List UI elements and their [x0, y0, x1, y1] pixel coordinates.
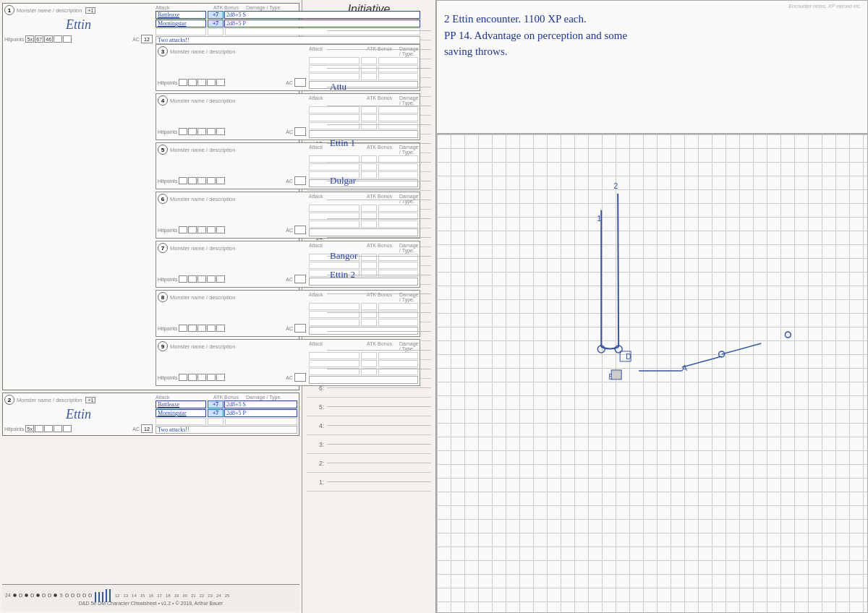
monster-num-3: 3: [158, 46, 168, 56]
init-row: 3:: [307, 435, 431, 454]
hp-box-2a: 5x: [25, 425, 34, 432]
right-panel: Encounter notes, XP earned etc. 2 Ettin …: [436, 0, 868, 613]
monster-num-2: 2: [4, 395, 14, 405]
atk-dmg-1-1: 2d8+5 S: [224, 11, 420, 19]
hp-box-1a: 5x: [25, 35, 34, 43]
special-attack-1: Two attacks!!: [156, 36, 420, 44]
ac-label-2: AC: [132, 426, 140, 432]
atkbonus-col-header: ATK Bonus: [206, 5, 246, 10]
hp-box-2b: [35, 425, 43, 432]
attack-empty-1: [156, 28, 420, 35]
svg-point-10: [785, 332, 791, 338]
hp-label-2: Hitpoints: [4, 426, 24, 432]
atk-dmg-2-1: 2d8+5 S: [224, 400, 297, 408]
attack-row-2-1: Battleaxe +7 2d8+5 S: [156, 400, 297, 408]
monster-block-7: 7 Monster name / description Hitpoints A…: [156, 241, 420, 288]
monster-num-7: 7: [158, 243, 168, 253]
monster-name-label-1: Monster name / description: [17, 7, 82, 14]
hp-box-1e: [63, 35, 72, 43]
dmg-col-header: Damage / Type.: [246, 5, 420, 10]
init-row: 2:: [307, 454, 431, 473]
ac-box-2: 12: [141, 424, 153, 433]
hp-box-1c: 46: [44, 35, 53, 43]
monster-block-8: 8 Monster name / description Hitpoints A…: [156, 290, 420, 337]
attack-name-1-1: Battleaxe: [156, 11, 206, 19]
version-text: D&D 5e DM Character Cheatsheet • v1.2 • …: [5, 601, 297, 606]
init-row: 4:: [307, 416, 431, 435]
hp-label-1: Hitpoints: [4, 37, 24, 42]
init-row: 1:: [307, 473, 431, 492]
init-row: 5:: [307, 398, 431, 416]
attack-name-1-2: Morningstar: [156, 20, 206, 27]
notes-text: 2 Ettin encounter. 1100 XP each.PP 14. A…: [444, 11, 860, 60]
monster-num-9: 9: [158, 341, 168, 351]
hp-box-2e: [63, 425, 72, 432]
attack-row-2-2: Morningstar +7 2d8+5 P: [156, 409, 297, 417]
monster-block-1: 1 Monster name / description +1 Ettin Hi…: [2, 3, 299, 390]
monster-block-6: 6 Monster name / description Hitpoints A…: [156, 192, 420, 239]
monster-name-label-2: Monster name / description: [17, 397, 82, 403]
attack-row-1-2: Morningstar +7 2d8+5 P: [156, 20, 420, 27]
attack-name-2-1: Battleaxe: [156, 400, 206, 408]
atk-dmg-2-2: 2d8+5 P: [224, 409, 297, 417]
hp-box-2d: [54, 425, 62, 432]
notes-corner-label: Encounter notes, XP earned etc.: [788, 4, 861, 9]
hp-box-1b: 67: [35, 35, 43, 43]
hp-boxes-1: 5x 67 46: [25, 35, 72, 43]
monster-block-5: 5 Monster name / description Hitpoints A…: [156, 142, 420, 189]
monster-block-9: 9 Monster name / description Hitpoints A…: [156, 339, 420, 386]
attack-col-header: Attack: [156, 5, 206, 10]
atk-bonus-2-1: +7: [208, 400, 224, 408]
svg-text:A: A: [682, 364, 688, 372]
monster-name-2: Ettin: [4, 406, 153, 424]
attack-empty-2: [156, 418, 297, 425]
plus-one-badge-2: +1: [85, 397, 95, 403]
monster-num-1: 1: [4, 5, 14, 15]
attack-header-1: Attack ATK Bonus Damage / Type.: [156, 5, 420, 10]
monster-num-5: 5: [158, 145, 168, 155]
attack-row-1-1: Battleaxe +7 2d8+5 S: [156, 11, 420, 19]
monster-num-4: 4: [158, 95, 168, 106]
atk-bonus-1-1: +7: [208, 11, 224, 19]
ac-box-1: 12: [141, 35, 153, 43]
atk-bonus-2-2: +7: [208, 409, 224, 417]
notes-area: Encounter notes, XP earned etc. 2 Ettin …: [436, 0, 868, 134]
atk-dmg-1-2: 2d8+5 P: [224, 20, 420, 27]
bottom-ruler: 24 9: [2, 584, 299, 612]
grid-area: 2 1 D B A: [436, 134, 868, 613]
attack-header-2: Attack ATK Bonus Damage / Type.: [156, 395, 297, 400]
plus-one-badge-1: +1: [85, 7, 95, 14]
monster-block-4: 4 Monster name / description Hitpoints A…: [156, 93, 420, 140]
ac-label-1: AC: [132, 37, 140, 42]
grid-drawing: 2 1 D B A: [437, 134, 867, 612]
monster-block-2: 2 Monster name / description +1 Ettin Hi…: [2, 393, 299, 436]
left-panel: 1 Monster name / description +1 Ettin Hi…: [0, 0, 302, 613]
monster-num-6: 6: [158, 194, 168, 204]
hp-box-2c: [44, 425, 53, 432]
monster-name-1: Ettin: [4, 16, 153, 34]
svg-text:2: 2: [613, 181, 618, 190]
monster-num-8: 8: [158, 292, 168, 302]
hp-boxes-2: 5x: [25, 425, 72, 432]
hp-box-1d: [54, 35, 62, 43]
special-attack-2: Two attacks!!: [156, 426, 297, 434]
attack-name-2-2: Morningstar: [156, 409, 206, 417]
svg-rect-7: [611, 370, 621, 380]
atk-bonus-1-2: +7: [208, 20, 224, 27]
